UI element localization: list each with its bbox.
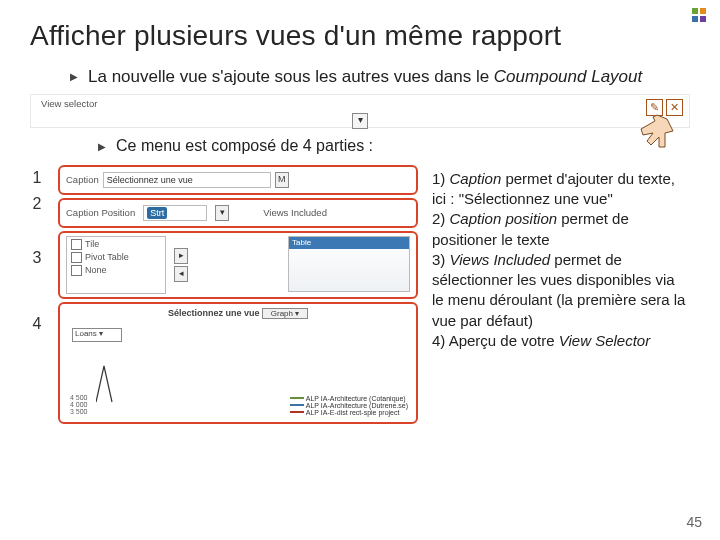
step-numbers: 1 2 3 4: [30, 165, 44, 427]
svg-rect-0: [692, 8, 698, 14]
loans-chip[interactable]: Loans ▾: [72, 328, 122, 342]
chart-legend: ALP IA-Architecture (Cotanique) ALP IA-A…: [290, 395, 408, 416]
format-icon[interactable]: M: [275, 172, 289, 188]
description-text: 1) Caption permet d'ajouter du texte, ic…: [432, 165, 690, 427]
settings-panel: Caption Sélectionnez une vue M Caption P…: [58, 165, 418, 427]
svg-rect-1: [700, 8, 706, 14]
move-right-icon[interactable]: ▸: [174, 248, 188, 264]
bullet-2: ▶ Ce menu est composé de 4 parties :: [98, 136, 690, 157]
preview-select[interactable]: Graph ▾: [262, 308, 308, 319]
chevron-down-icon[interactable]: ▾: [215, 205, 229, 221]
page-number: 45: [686, 514, 702, 530]
caption-position-row: Caption Position Strt ▾ Views Included: [58, 198, 418, 228]
svg-rect-3: [700, 16, 706, 22]
view-thumbnail: Table: [288, 236, 410, 292]
caption-input[interactable]: Sélectionnez une vue: [103, 172, 271, 188]
page-title: Afficher plusieurs vues d'un même rappor…: [30, 20, 690, 52]
caption-row: Caption Sélectionnez une vue M: [58, 165, 418, 195]
pointing-hand-icon: [635, 111, 679, 153]
compound-layout-strip: View selector ▾ ✎ ✕: [30, 94, 690, 128]
preview-row: Sélectionnez une vue Graph ▾ Loans ▾ 4 5…: [58, 302, 418, 424]
view-selector-chip: View selector: [39, 97, 99, 110]
bullet-1: ▶ La nouvelle vue s'ajoute sous les autr…: [70, 66, 690, 88]
svg-rect-2: [692, 16, 698, 22]
available-list[interactable]: Tile Pivot Table None: [66, 236, 166, 294]
chart-spike-icon: [96, 362, 136, 408]
views-included-row: Tile Pivot Table None ▸ ◂ Table: [58, 231, 418, 299]
logo-icon: [690, 6, 710, 30]
triangle-icon: ▶: [70, 71, 78, 82]
caption-position-select[interactable]: Strt: [143, 205, 207, 221]
chevron-down-icon[interactable]: ▾: [352, 113, 368, 129]
move-left-icon[interactable]: ◂: [174, 266, 188, 282]
triangle-icon: ▶: [98, 141, 106, 152]
